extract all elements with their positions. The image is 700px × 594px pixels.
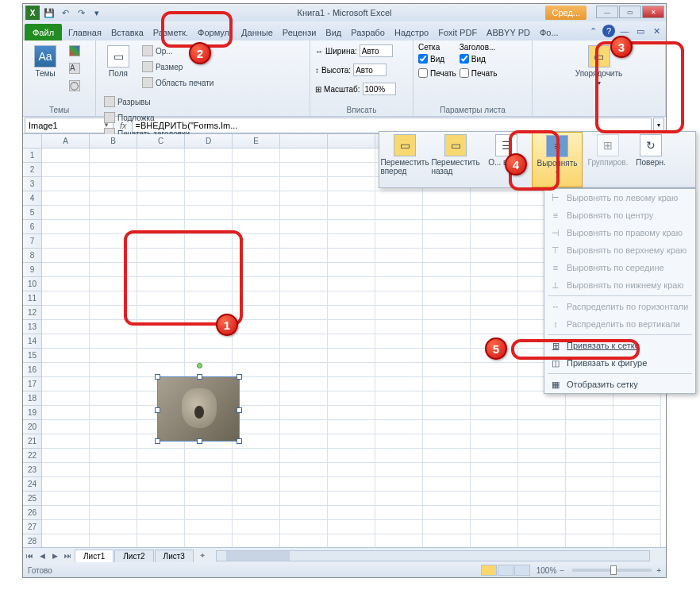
cell[interactable] bbox=[471, 377, 518, 392]
cell[interactable] bbox=[328, 449, 375, 463]
cell[interactable] bbox=[233, 420, 280, 434]
cell[interactable] bbox=[90, 163, 137, 177]
zoom-in-button[interactable]: + bbox=[656, 566, 661, 575]
cell[interactable] bbox=[375, 406, 423, 420]
cell[interactable] bbox=[375, 349, 423, 363]
cell[interactable] bbox=[42, 349, 90, 363]
cell[interactable] bbox=[90, 349, 137, 363]
cell[interactable] bbox=[90, 506, 137, 520]
cell[interactable] bbox=[90, 191, 137, 206]
cell[interactable] bbox=[423, 306, 471, 320]
column-header[interactable] bbox=[328, 134, 375, 148]
cell[interactable] bbox=[90, 420, 137, 434]
cell[interactable] bbox=[90, 277, 137, 291]
cell[interactable] bbox=[423, 234, 471, 249]
cell[interactable] bbox=[185, 220, 233, 234]
cell[interactable] bbox=[375, 220, 423, 234]
print-area-button[interactable]: Область печати bbox=[139, 75, 217, 91]
cell[interactable] bbox=[90, 220, 137, 234]
cell[interactable] bbox=[328, 234, 375, 249]
cell[interactable] bbox=[328, 477, 375, 492]
cell[interactable] bbox=[280, 334, 328, 349]
cell[interactable] bbox=[137, 220, 185, 234]
cell[interactable] bbox=[90, 363, 137, 377]
cell[interactable] bbox=[233, 320, 280, 334]
cell[interactable] bbox=[423, 363, 471, 377]
cell[interactable] bbox=[42, 449, 90, 463]
undo-button[interactable]: ↶ bbox=[58, 6, 72, 20]
cell[interactable] bbox=[280, 434, 328, 449]
cell[interactable] bbox=[280, 349, 328, 363]
cell[interactable] bbox=[280, 449, 328, 463]
cell[interactable] bbox=[137, 320, 185, 334]
cell[interactable] bbox=[328, 463, 375, 477]
cell[interactable] bbox=[137, 463, 185, 477]
cell[interactable] bbox=[42, 434, 90, 449]
cell[interactable] bbox=[423, 206, 471, 220]
cell[interactable] bbox=[471, 220, 518, 234]
cell[interactable] bbox=[280, 520, 328, 534]
cell[interactable] bbox=[280, 191, 328, 206]
cell[interactable] bbox=[471, 463, 518, 477]
cell[interactable] bbox=[423, 434, 471, 449]
cell[interactable] bbox=[375, 506, 423, 520]
cell[interactable] bbox=[185, 234, 233, 249]
cell[interactable] bbox=[280, 363, 328, 377]
margins-button[interactable]: ▭Поля bbox=[101, 43, 136, 80]
cell[interactable] bbox=[375, 291, 423, 306]
tab-view[interactable]: Вид bbox=[321, 24, 346, 40]
column-header[interactable]: A bbox=[42, 134, 90, 148]
row-header[interactable]: 10 bbox=[23, 277, 42, 291]
cell[interactable] bbox=[185, 206, 233, 220]
tab-data[interactable]: Данные bbox=[237, 24, 278, 40]
tab-addins[interactable]: Надстро bbox=[390, 24, 433, 40]
cell[interactable] bbox=[233, 449, 280, 463]
embedded-image[interactable] bbox=[157, 376, 240, 442]
cell[interactable] bbox=[566, 477, 613, 492]
cell[interactable] bbox=[90, 477, 137, 492]
cell[interactable] bbox=[233, 148, 280, 163]
cell[interactable] bbox=[423, 449, 471, 463]
cell[interactable] bbox=[137, 206, 185, 220]
cell[interactable] bbox=[233, 206, 280, 220]
cell[interactable] bbox=[90, 148, 137, 163]
cell[interactable] bbox=[185, 177, 233, 191]
breaks-button[interactable]: Разрывы bbox=[101, 94, 193, 110]
sheet-nav-first[interactable]: ⏮ bbox=[23, 549, 36, 563]
row-header[interactable]: 1 bbox=[23, 148, 42, 163]
cell[interactable] bbox=[328, 392, 375, 406]
cell[interactable] bbox=[185, 163, 233, 177]
cell[interactable] bbox=[423, 191, 471, 206]
cell[interactable] bbox=[233, 334, 280, 349]
resize-handle-tc[interactable] bbox=[197, 374, 202, 380]
cell[interactable] bbox=[375, 377, 423, 392]
cell[interactable] bbox=[90, 406, 137, 420]
cell[interactable] bbox=[471, 349, 518, 363]
cell[interactable] bbox=[518, 477, 566, 492]
resize-handle-tr[interactable] bbox=[237, 374, 242, 380]
cell[interactable] bbox=[137, 177, 185, 191]
cell[interactable] bbox=[423, 263, 471, 277]
cell[interactable] bbox=[471, 306, 518, 320]
sheet-nav-prev[interactable]: ◀ bbox=[36, 549, 48, 563]
cell[interactable] bbox=[137, 249, 185, 263]
size-button[interactable]: Размер bbox=[139, 59, 217, 75]
cell[interactable] bbox=[423, 377, 471, 392]
cell[interactable] bbox=[42, 392, 90, 406]
cell[interactable] bbox=[233, 263, 280, 277]
cell[interactable] bbox=[328, 520, 375, 534]
tab-insert[interactable]: Вставка bbox=[106, 24, 148, 40]
cell[interactable] bbox=[518, 506, 566, 520]
headings-print-checkbox[interactable] bbox=[460, 68, 469, 78]
cell[interactable] bbox=[423, 492, 471, 506]
tab-abbyy[interactable]: ABBYY PD bbox=[482, 24, 535, 40]
cell[interactable] bbox=[375, 191, 423, 206]
save-button[interactable]: 💾 bbox=[42, 6, 56, 20]
row-header[interactable]: 8 bbox=[23, 249, 42, 263]
cell[interactable] bbox=[423, 349, 471, 363]
bring-forward-button[interactable]: ▭Переместить вперед bbox=[379, 132, 430, 187]
cell[interactable] bbox=[280, 320, 328, 334]
cell[interactable] bbox=[137, 148, 185, 163]
cell[interactable] bbox=[423, 477, 471, 492]
height-input[interactable] bbox=[353, 64, 387, 76]
